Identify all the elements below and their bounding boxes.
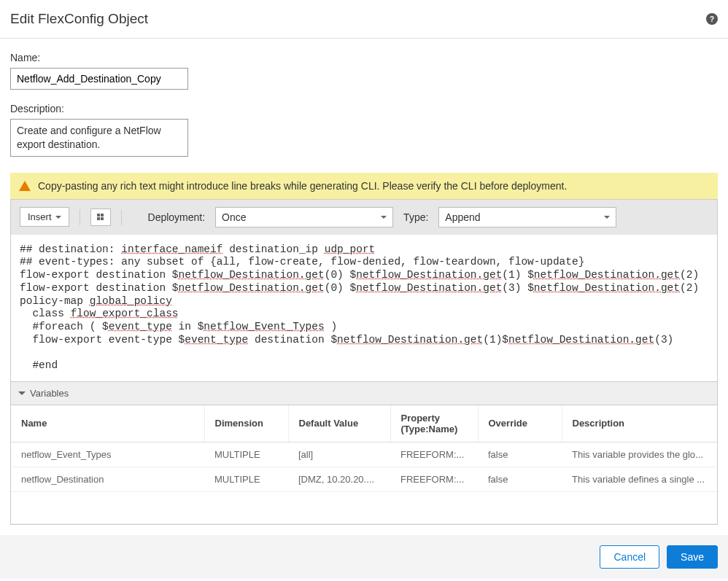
col-override[interactable]: Override [478, 405, 562, 442]
type-label: Type: [403, 211, 428, 223]
cell-name: netflow_Event_Types [11, 442, 204, 467]
cell-description: This variable provides the glo... [562, 442, 717, 467]
cell-default: [all] [288, 442, 390, 467]
cell-property: FREEFORM:... [390, 442, 478, 467]
col-description[interactable]: Description [562, 405, 717, 442]
col-name[interactable]: Name [11, 405, 204, 442]
cell-dimension: MULTIPLE [204, 467, 288, 491]
variables-table-container: Name Dimension Default Value Property (T… [10, 405, 718, 525]
type-select[interactable]: Append [438, 207, 616, 227]
warning-icon [19, 181, 31, 191]
deployment-label: Deployment: [148, 211, 206, 223]
type-value: Append [445, 211, 480, 223]
description-input[interactable]: Create and configure a NetFlow export de… [10, 119, 188, 157]
cell-dimension: MULTIPLE [204, 442, 288, 467]
chevron-down-icon [381, 216, 387, 219]
table-row[interactable]: netflow_Event_TypesMULTIPLE[all]FREEFORM… [11, 442, 717, 467]
help-icon[interactable]: ? [706, 13, 718, 25]
editor-toolbar: Insert Deployment: Once Type: Append [10, 199, 718, 235]
variables-table: Name Dimension Default Value Property (T… [11, 405, 717, 524]
deployment-select[interactable]: Once [215, 207, 393, 227]
divider [80, 209, 80, 225]
cell-name: netflow_Destination [11, 467, 204, 491]
warning-text: Copy-pasting any rich text might introdu… [38, 180, 567, 192]
col-dimension[interactable]: Dimension [204, 405, 288, 442]
chevron-down-icon [604, 216, 610, 219]
chevron-down-icon [55, 216, 61, 219]
name-input[interactable] [10, 68, 188, 90]
cancel-button[interactable]: Cancel [600, 545, 659, 569]
description-label: Description: [10, 103, 718, 114]
col-property[interactable]: Property (Type:Name) [390, 405, 478, 442]
col-default[interactable]: Default Value [288, 405, 390, 442]
expand-editor-button[interactable] [90, 208, 111, 226]
deployment-value: Once [222, 211, 246, 223]
table-row[interactable]: netflow_DestinationMULTIPLE[DMZ, 10.20.2… [11, 467, 717, 491]
cell-property: FREEFORM:... [390, 467, 478, 491]
chevron-down-icon [18, 391, 26, 395]
cell-description: This variable defines a single ... [562, 467, 717, 491]
save-button[interactable]: Save [667, 545, 718, 569]
cell-default: [DMZ, 10.20.20.... [288, 467, 390, 491]
cell-override: false [478, 442, 562, 467]
variables-section-header[interactable]: Variables [10, 382, 718, 405]
grid-icon [97, 214, 104, 220]
warning-banner: Copy-pasting any rich text might introdu… [10, 173, 718, 199]
divider [121, 209, 122, 225]
insert-label: Insert [28, 211, 52, 222]
cell-override: false [478, 467, 562, 491]
page-title: Edit FlexConfig Object [10, 11, 148, 27]
code-editor[interactable]: ## destination: interface_nameif destina… [10, 235, 718, 382]
dialog-footer: Cancel Save [0, 535, 728, 579]
insert-button[interactable]: Insert [20, 207, 69, 227]
name-label: Name: [10, 52, 718, 63]
variables-label: Variables [30, 388, 69, 399]
